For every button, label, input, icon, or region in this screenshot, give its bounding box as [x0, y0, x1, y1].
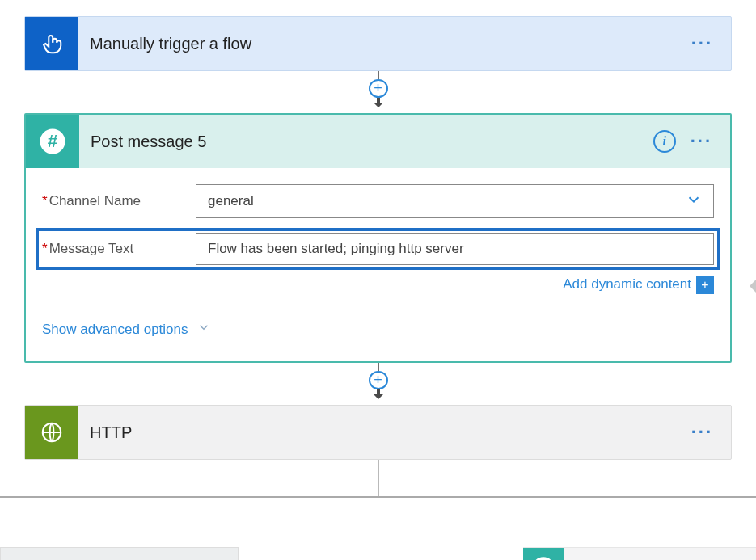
plus-icon[interactable]: +: [696, 276, 714, 294]
flyout-arrow-icon: [750, 275, 756, 297]
branch-left-card[interactable]: [0, 547, 239, 560]
branch-horizontal-line: [0, 496, 756, 498]
trigger-header: Manually trigger a flow ···: [25, 17, 731, 70]
channel-name-row: *Channel Name general: [42, 184, 714, 218]
branch-area: # Post message 4: [24, 460, 732, 560]
http-menu-icon[interactable]: ···: [691, 422, 713, 443]
advanced-options-label: Show advanced options: [42, 322, 188, 338]
message-text-input[interactable]: [196, 233, 714, 265]
hash-icon: #: [523, 548, 564, 561]
post-message-body: *Channel Name general *Message Text Ad: [26, 168, 730, 361]
add-dynamic-content-link[interactable]: Add dynamic content: [563, 276, 691, 294]
trigger-card[interactable]: Manually trigger a flow ···: [24, 16, 732, 71]
http-title: HTTP: [78, 423, 132, 442]
channel-name-value: general: [208, 193, 254, 209]
channel-name-select[interactable]: general: [196, 184, 714, 218]
arrow-down-icon: [371, 96, 386, 113]
post-message-header: # Post message 5 i ···: [26, 115, 730, 168]
dynamic-content-row: Add dynamic content +: [42, 276, 714, 294]
flow-canvas: Manually trigger a flow ··· + # Post mes…: [0, 0, 756, 560]
post-message-title: Post message 5: [79, 133, 206, 151]
channel-name-label: *Channel Name: [42, 193, 196, 209]
chevron-down-icon: [196, 320, 211, 339]
add-step-button-2[interactable]: +: [369, 371, 388, 389]
info-icon[interactable]: i: [653, 130, 676, 153]
http-header: HTTP ···: [25, 406, 731, 459]
message-text-row: *Message Text: [36, 228, 720, 270]
message-text-label: *Message Text: [42, 241, 196, 257]
branch-vertical-line: [378, 460, 379, 496]
trigger-menu-icon[interactable]: ···: [691, 33, 713, 54]
http-card[interactable]: HTTP ···: [24, 405, 732, 460]
add-step-button[interactable]: +: [369, 79, 388, 98]
post-message-menu-icon[interactable]: ···: [691, 131, 712, 152]
hash-icon: #: [26, 115, 79, 168]
connector-2: +: [24, 363, 732, 405]
svg-text:#: #: [48, 130, 58, 151]
trigger-title: Manually trigger a flow: [78, 35, 251, 53]
arrow-down-icon: [371, 388, 386, 405]
post-message-card[interactable]: # Post message 5 i ··· *Channel Name gen…: [24, 113, 732, 363]
globe-icon: [25, 406, 78, 459]
touch-icon: [25, 17, 78, 70]
branch-right-card[interactable]: # Post message 4: [523, 547, 756, 560]
show-advanced-options[interactable]: Show advanced options: [42, 320, 714, 339]
connector-1: +: [24, 71, 732, 113]
